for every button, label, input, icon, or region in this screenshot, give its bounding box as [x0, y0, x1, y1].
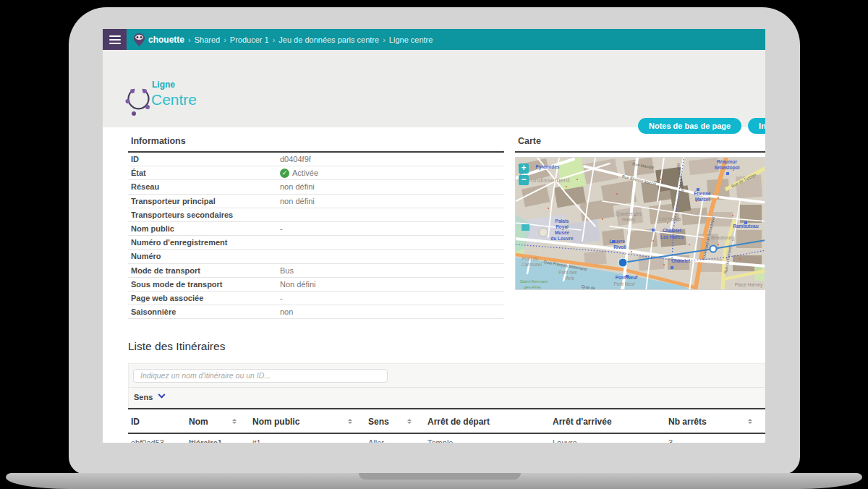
map-label-quartier-2: Halles — [622, 217, 636, 222]
info-row-nom-public: Nom public - — [128, 222, 504, 236]
page-header: Ligne Centre Notes de bas de page Interd… — [103, 50, 765, 127]
column-arret-depart: Arrêt de départ — [425, 409, 550, 433]
sort-icon[interactable] — [232, 419, 237, 424]
map-label-pont-des-arts-2: Arts — [566, 276, 574, 281]
itineraries-section: Liste des Itinéraires Sens ID Nom Nom pu… — [128, 340, 765, 443]
map-zoom-controls: + − — [519, 163, 529, 187]
info-row-sous-mode: Sous mode de transport Non défini — [128, 278, 504, 292]
map-label-pont-neuf: Pont Neuf — [614, 281, 635, 286]
map-label-place-harvey: Place Harvey — [735, 282, 763, 288]
page-title: Centre — [151, 91, 197, 109]
itineraries-table: ID Nom Nom public Sens Arrêt de départ A… — [128, 408, 765, 443]
informations-section: Informations ID d0404f9f État ✓Activée R… — [128, 130, 504, 319]
itinerary-search-input[interactable] — [133, 369, 388, 383]
resource-type-label: Ligne — [152, 80, 175, 90]
column-sens: Sens — [365, 409, 425, 433]
brand-name: chouette — [148, 35, 184, 45]
sens-filter-dropdown[interactable]: Sens — [129, 387, 765, 407]
map-label-etienne-2: Marcel — [695, 197, 710, 202]
column-arret-arrivee: Arrêt d'arrivée — [550, 409, 665, 433]
laptop-notch — [359, 473, 521, 480]
map-label-reaumur: Réaumur — [717, 159, 738, 164]
map-heading: Carte — [515, 130, 765, 153]
table-row[interactable]: ebf0ad53 Itiéraire1 it1 Aller Temple Lou… — [128, 433, 765, 443]
map-label-palais-2: Royal — [556, 224, 569, 230]
owl-logo-icon — [134, 33, 145, 46]
map-label-les-halles: Les Halles — [659, 216, 681, 221]
map-label-pyramides: Pyramides — [536, 164, 560, 170]
zoom-in-button[interactable]: + — [519, 163, 529, 174]
hamburger-menu-button[interactable] — [103, 29, 127, 50]
informations-heading: Informations — [128, 130, 504, 153]
info-row-saisonniere: Saisonnière non — [128, 305, 504, 319]
map-section: Carte + − — [515, 130, 765, 290]
map-label-saint-germain-1: Saint-Germain — [520, 279, 548, 284]
itineraries-heading: Liste des Itinéraires — [128, 340, 765, 353]
hamburger-icon — [109, 35, 121, 37]
table-header-row: ID Nom Nom public Sens Arrêt de départ A… — [128, 409, 765, 433]
sens-filter-label: Sens — [134, 393, 153, 401]
map-label-palais-1: Palais — [556, 218, 569, 224]
info-row-id: ID d0404f9f — [128, 153, 504, 166]
map-label-chatelet: Châtelet — [671, 258, 690, 263]
check-circle-icon: ✓ — [280, 169, 289, 178]
map-label-pont-neuf-station: Pont Neuf — [616, 275, 639, 280]
sort-icon[interactable] — [348, 419, 352, 424]
map-label-saint-germain-2: des-Prés — [524, 285, 541, 289]
sort-icon[interactable] — [407, 419, 412, 424]
info-row-reseau: Réseau non défini — [128, 180, 504, 194]
route-stop-marker — [710, 246, 717, 252]
info-row-page-web: Page web associée - — [128, 292, 504, 305]
status-badge: Activée — [292, 169, 318, 177]
map-label-palais-4: du Louvre — [550, 236, 574, 241]
cell-arret-arrivee: Louvre — [550, 433, 665, 443]
breadcrumb-line: Ligne centre — [389, 35, 433, 44]
map-label-carrousel-1: Pont du — [522, 256, 539, 261]
info-row-transporteur-principal: Transporteur principal non défini — [128, 195, 504, 208]
map-label-pont-des-arts-1: Pont des — [558, 270, 577, 275]
brand[interactable]: chouette — [134, 33, 184, 46]
cell-sens: Aller — [365, 433, 425, 443]
sort-icon[interactable] — [748, 419, 752, 424]
line-icon — [125, 86, 152, 116]
cell-nom[interactable]: Itiéraire1 — [186, 433, 250, 443]
column-nom: Nom — [186, 409, 250, 433]
info-row-etat: État ✓Activée — [128, 166, 504, 180]
zoom-out-button[interactable]: − — [519, 175, 529, 185]
map-container[interactable]: + − — [515, 157, 765, 290]
itineraries-filter: Sens — [128, 363, 765, 408]
map-label-louvre-1: Louvre — [609, 239, 625, 244]
column-nb-arrets: Nb arrêts — [665, 409, 765, 433]
cell-nb-arrets: 3 — [665, 433, 765, 443]
map-label-etienne-1: Étienne — [694, 190, 711, 196]
map-label-beaubourg: Beaubourg — [711, 235, 734, 241]
map-label-arrondissement: Arrondissement — [522, 176, 570, 184]
info-row-numero: Numéro — [128, 250, 504, 263]
info-row-mode-transport: Mode de transport Bus — [128, 264, 504, 278]
chevron-down-icon — [158, 391, 166, 399]
laptop-base — [6, 473, 862, 489]
cell-nom-public: it1 — [250, 433, 365, 443]
breadcrumb-dataset[interactable]: Jeu de données paris centre — [278, 35, 379, 44]
map-label-rambuteau: Rambuteau — [733, 224, 758, 229]
column-nom-public: Nom public — [250, 409, 365, 433]
breadcrumb-producer[interactable]: Producer 1 — [230, 35, 269, 44]
breadcrumb-shared[interactable]: Shared — [195, 35, 220, 44]
info-row-transporteurs-secondaires: Transporteurs secondaires — [128, 208, 504, 222]
map-label-sebastopol: Sébastopol — [714, 165, 739, 171]
breadcrumb: › Shared › Producer 1 › Jeu de données p… — [188, 35, 433, 44]
map-label-palais-3: Musée — [555, 230, 570, 235]
top-navigation-bar: chouette › Shared › Producer 1 › Jeu de … — [103, 29, 765, 50]
map-label-quartier-1: Quartier des — [616, 211, 642, 217]
cell-arret-depart: Temple — [425, 433, 550, 443]
cell-id: ebf0ad53 — [128, 433, 186, 443]
route-start-marker — [618, 258, 627, 267]
map-label-carrousel-2: Carrousel — [522, 262, 542, 267]
info-row-numero-enregistrement: Numéro d'enregistrement — [128, 236, 504, 250]
map-canvas[interactable]: Pyramides Arrondissement Réaumur Sébasto… — [516, 158, 765, 290]
map-label-louvre-2: Rivoli — [613, 244, 626, 250]
column-id: ID — [128, 409, 186, 433]
map-label-chatelet-halles-1: Châtelet — [663, 228, 681, 233]
app-screen: chouette › Shared › Producer 1 › Jeu de … — [103, 29, 765, 443]
map-label-chatelet-halles-2: Les Halles — [660, 234, 684, 239]
